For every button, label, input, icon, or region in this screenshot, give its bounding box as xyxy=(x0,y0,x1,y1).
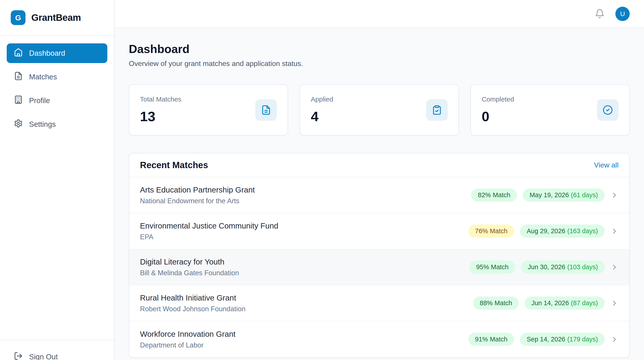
avatar[interactable]: U xyxy=(616,7,630,21)
stat-card-total-matches: Total Matches 13 xyxy=(129,84,288,136)
brand: G GrantBeam xyxy=(0,0,114,36)
brand-name: GrantBeam xyxy=(31,12,81,23)
grant-org: Bill & Melinda Gates Foundation xyxy=(140,269,239,277)
chevron-right-icon xyxy=(610,191,618,199)
page-subtitle: Overview of your grant matches and appli… xyxy=(129,60,630,68)
sidebar-item-label: Profile xyxy=(29,96,50,105)
circle-check-icon xyxy=(597,99,618,121)
sidebar-item-label: Matches xyxy=(29,73,57,81)
sidebar-item-dashboard[interactable]: Dashboard xyxy=(7,44,107,63)
deadline-date: Jun 14, 2026 xyxy=(531,300,569,306)
file-text-icon xyxy=(255,99,277,121)
stat-card-completed: Completed 0 xyxy=(470,84,630,136)
match-row[interactable]: Digital Literacy for Youth Bill & Melind… xyxy=(129,249,629,285)
stat-value: 4 xyxy=(311,108,333,124)
app-window: G GrantBeam Dashboard Matches xyxy=(0,0,644,360)
sidebar-item-label: Dashboard xyxy=(29,49,65,58)
sidebar-item-settings[interactable]: Settings xyxy=(7,114,107,134)
deadline-badge: May 19, 2026(61 days) xyxy=(523,188,605,202)
deadline-date: Aug 29, 2026 xyxy=(526,228,565,234)
match-percent-badge: 95% Match xyxy=(469,260,515,274)
home-icon xyxy=(14,48,23,58)
view-all-link[interactable]: View all xyxy=(594,161,618,169)
log-out-icon xyxy=(14,352,23,360)
brand-logo-letter: G xyxy=(15,14,21,22)
match-info: Arts Education Partnership Grant Nationa… xyxy=(140,185,255,205)
grant-org: EPA xyxy=(140,233,278,241)
grant-title: Workforce Innovation Grant xyxy=(140,330,236,338)
match-percent-badge: 82% Match xyxy=(471,188,517,202)
chevron-right-icon xyxy=(610,227,618,235)
deadline-days: (179 days) xyxy=(567,336,598,343)
deadline-badge: Jun 14, 2026(87 days) xyxy=(524,296,605,310)
match-meta: 88% Match Jun 14, 2026(87 days) xyxy=(473,296,618,310)
match-info: Digital Literacy for Youth Bill & Melind… xyxy=(140,257,239,277)
sidebar-item-profile[interactable]: Profile xyxy=(7,91,107,110)
deadline-days: (103 days) xyxy=(567,264,598,270)
match-meta: 95% Match Jun 30, 2026(103 days) xyxy=(469,260,618,274)
stat-value: 13 xyxy=(140,108,181,124)
bell-icon xyxy=(595,9,605,19)
stat-card-applied: Applied 4 xyxy=(300,84,459,136)
match-meta: 91% Match Sep 14, 2026(179 days) xyxy=(468,333,618,346)
deadline-days: (163 days) xyxy=(567,228,598,234)
grant-title: Digital Literacy for Youth xyxy=(140,257,239,266)
brand-logo: G xyxy=(11,10,26,25)
match-info: Rural Health Initiative Grant Robert Woo… xyxy=(140,293,246,313)
notifications-button[interactable] xyxy=(595,9,605,19)
grant-title: Arts Education Partnership Grant xyxy=(140,185,255,194)
deadline-badge: Sep 14, 2026(179 days) xyxy=(520,333,605,346)
file-text-icon xyxy=(14,72,23,82)
match-meta: 76% Match Aug 29, 2026(163 days) xyxy=(468,224,618,238)
stat-label: Completed xyxy=(482,96,514,103)
main-content: Dashboard Overview of your grant matches… xyxy=(114,28,644,360)
match-info: Environmental Justice Community Fund EPA xyxy=(140,221,278,241)
match-percent-badge: 76% Match xyxy=(468,224,514,238)
match-list: Arts Education Partnership Grant Nationa… xyxy=(129,177,629,357)
deadline-date: May 19, 2026 xyxy=(530,192,569,198)
match-percent-badge: 88% Match xyxy=(473,296,519,310)
building-icon xyxy=(14,95,23,106)
chevron-right-icon xyxy=(610,336,618,344)
sidebar-item-label: Settings xyxy=(29,120,56,128)
recent-matches-title: Recent Matches xyxy=(140,160,208,170)
match-row[interactable]: Rural Health Initiative Grant Robert Woo… xyxy=(129,285,629,321)
grant-org: Department of Labor xyxy=(140,341,236,349)
stat-label: Total Matches xyxy=(140,96,181,103)
match-percent-badge: 91% Match xyxy=(468,333,514,346)
match-info: Workforce Innovation Grant Department of… xyxy=(140,330,236,349)
deadline-date: Sep 14, 2026 xyxy=(526,336,565,343)
recent-matches-header: Recent Matches View all xyxy=(129,154,629,177)
stat-value: 0 xyxy=(482,108,514,124)
sign-out-label: Sign Out xyxy=(29,352,58,360)
match-row[interactable]: Workforce Innovation Grant Department of… xyxy=(129,321,629,357)
grant-title: Environmental Justice Community Fund xyxy=(140,221,278,230)
match-row[interactable]: Arts Education Partnership Grant Nationa… xyxy=(129,177,629,213)
top-header: U xyxy=(114,0,644,28)
deadline-badge: Aug 29, 2026(163 days) xyxy=(520,224,605,238)
deadline-date: Jun 30, 2026 xyxy=(528,264,565,270)
match-meta: 82% Match May 19, 2026(61 days) xyxy=(471,188,618,202)
sidebar-nav: Dashboard Matches Profile Settings xyxy=(0,36,114,134)
grant-org: National Endowment for the Arts xyxy=(140,197,255,205)
sign-out-button[interactable]: Sign Out xyxy=(7,347,107,360)
chevron-right-icon xyxy=(610,263,618,271)
deadline-days: (61 days) xyxy=(571,192,598,198)
page-title: Dashboard xyxy=(129,42,630,56)
avatar-initial: U xyxy=(620,10,625,18)
stats-row: Total Matches 13 Applied 4 xyxy=(129,84,630,136)
chevron-right-icon xyxy=(610,299,618,307)
stat-label: Applied xyxy=(311,96,333,103)
sidebar-footer: Sign Out xyxy=(0,340,114,360)
sidebar-item-matches[interactable]: Matches xyxy=(7,67,107,87)
grant-title: Rural Health Initiative Grant xyxy=(140,293,246,302)
clipboard-check-icon xyxy=(426,99,448,121)
grant-org: Robert Wood Johnson Foundation xyxy=(140,305,246,313)
recent-matches-card: Recent Matches View all Arts Education P… xyxy=(129,153,630,358)
gear-icon xyxy=(14,119,23,130)
deadline-badge: Jun 30, 2026(103 days) xyxy=(521,260,605,274)
sidebar: G GrantBeam Dashboard Matches xyxy=(0,0,114,360)
deadline-days: (87 days) xyxy=(571,300,598,306)
match-row[interactable]: Environmental Justice Community Fund EPA… xyxy=(129,213,629,249)
